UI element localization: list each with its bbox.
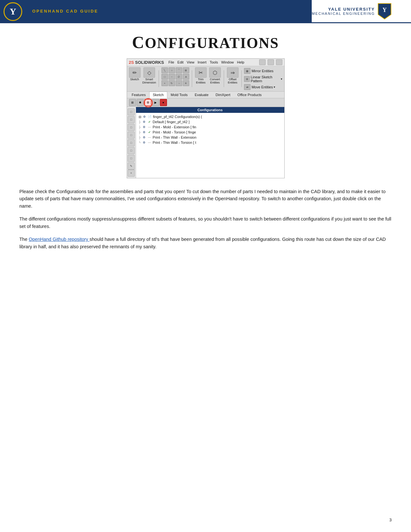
sw-logo: 2S SOLIDWORKS xyxy=(129,60,164,65)
check-icon-default: ✔ xyxy=(147,120,152,124)
tree-root-label: finger_pf_t42 Configuration(s) ( xyxy=(153,115,202,119)
main-content: 2S SOLIDWORKS File Edit View Insert Tool… xyxy=(0,58,411,250)
save-icon xyxy=(276,59,282,65)
right-icon[interactable]: → xyxy=(176,80,182,86)
sw-sidebar: □ □ □ □ □ □ □ ✎ + xyxy=(127,107,136,178)
paragraph1: Please check the Configurations tab for … xyxy=(19,188,392,210)
paragraph3-before-link: The xyxy=(19,237,29,242)
yale-shield-icon: Y xyxy=(377,3,392,20)
tab-dimxpert[interactable]: DimXpert xyxy=(212,92,234,98)
offset-entities-icon[interactable]: ⇒ xyxy=(227,67,239,78)
logo-block: Y xyxy=(0,0,26,23)
trim-icon[interactable]: ✂ xyxy=(195,67,207,78)
svg-point-2 xyxy=(144,99,152,107)
offset-label: Offset Entities xyxy=(227,78,239,84)
sw-menu-items: File Edit View Insert Tools Window Help xyxy=(169,60,244,64)
dash-icon-thin-torsion: — xyxy=(147,140,152,145)
sw-main-area: □ □ □ □ □ □ □ ✎ + Configurations ⊟ xyxy=(127,107,284,178)
grid-icon[interactable]: ⊞ xyxy=(183,67,189,73)
toolbar-separator-2 xyxy=(192,70,192,87)
move-label: Move Entities xyxy=(251,85,273,89)
tree-item-mold-ext: ├ ⚙ — Print - Mold - Extension [ fin xyxy=(139,124,282,130)
mirror-icon[interactable]: ▦ xyxy=(244,68,250,74)
toolbar-separator-1 xyxy=(159,70,159,87)
line-icon[interactable]: ╲ xyxy=(161,67,168,73)
page-number: 3 xyxy=(389,517,392,522)
sw-big-toolbar: ✏ Sketch ◇ Smart Dimension ╲ ○ ⌒ ⊞ □ ~ xyxy=(127,66,284,92)
shape-tools-row1: ╲ ○ ⌒ ⊞ xyxy=(161,67,189,73)
menu-insert[interactable]: Insert xyxy=(198,60,207,64)
tree-item-thin-torsion: └ ⚙ — Print - Thin Wall - Torsion [ t xyxy=(139,140,282,145)
dash-icon-thin-ext: — xyxy=(147,135,152,140)
sidebar-btn4[interactable]: □ xyxy=(128,132,135,139)
smart-dim-label: Smart Dimension xyxy=(142,78,156,84)
sketch-label: Sketch xyxy=(130,78,139,81)
circle-icon[interactable]: ○ xyxy=(169,67,175,73)
offset-icon[interactable]: ∅ xyxy=(176,74,182,80)
menu-view[interactable]: View xyxy=(187,60,194,64)
tab-features[interactable]: Features xyxy=(128,92,149,98)
menu-edit[interactable]: Edit xyxy=(177,60,183,64)
text-icon[interactable]: A xyxy=(183,74,189,80)
config-icon-mold-ext: ⚙ xyxy=(142,125,146,129)
tb2-btn2[interactable]: ✱ xyxy=(137,99,144,106)
menu-file[interactable]: File xyxy=(169,60,174,64)
page-title: CONFIGURATIONS xyxy=(0,33,411,52)
tb2-btn4[interactable]: ▶ xyxy=(152,99,159,106)
openhand-github-link[interactable]: OpenHand Github repository xyxy=(29,237,90,242)
sketch-icon[interactable]: ✏ xyxy=(129,67,141,78)
mirror-label: Mirror Entities xyxy=(251,69,273,73)
sidebar-btn8[interactable]: ✎ xyxy=(128,163,135,170)
university-name: YALE UNIVERSITY xyxy=(328,7,375,12)
header-right-wrapper: YALE UNIVERSITY MECHANICAL ENGINEERING Y xyxy=(312,0,411,22)
tree-item-mold-torsion: ├ ⚙ ✔ Print - Mold - Torsion [ finge xyxy=(139,130,282,135)
tree-mold-ext-label: Print - Mold - Extension [ fin xyxy=(153,125,196,129)
menubar-right xyxy=(259,59,282,65)
arc-icon[interactable]: ⌒ xyxy=(176,67,182,73)
sw-toolbar2: ⊞ ✱ ⚙ ▶ ● xyxy=(127,98,284,107)
tree-thin-torsion-label: Print - Thin Wall - Torsion [ t xyxy=(153,141,196,144)
sidebar-btn7[interactable]: □ xyxy=(128,155,135,162)
shape-tools-group: ╲ ○ ⌒ ⊞ □ ~ ∅ A + ↻ → ✳ xyxy=(161,67,189,86)
trim-btn-group: ✂ Trim Entities xyxy=(195,67,207,84)
rotate-icon[interactable]: ↻ xyxy=(169,80,175,86)
menu-window[interactable]: Window xyxy=(221,60,234,64)
tb2-btn1[interactable]: ⊞ xyxy=(129,99,136,106)
sidebar-btn2[interactable]: □ xyxy=(128,116,135,123)
rect-icon[interactable]: □ xyxy=(161,74,168,80)
department-name: MECHANICAL ENGINEERING xyxy=(312,12,375,15)
spline-icon[interactable]: ~ xyxy=(169,74,175,80)
check-icon-mold-torsion: ✔ xyxy=(147,130,152,134)
guide-title: OPENHAND CAD GUIDE xyxy=(32,9,98,14)
search-icon xyxy=(259,59,266,65)
paragraph2: The different configurations mostly supp… xyxy=(19,215,392,230)
smart-dim-icon[interactable]: ◇ xyxy=(143,67,155,78)
move-entities-row: ⇄ Move Entities ▾ xyxy=(244,84,282,90)
sidebar-btn1[interactable]: □ xyxy=(128,108,135,115)
tree-thin-ext-label: Print - Thin Wall - Extension xyxy=(153,135,197,139)
sidebar-btn9[interactable]: + xyxy=(128,170,135,177)
sidebar-btn3[interactable]: □ xyxy=(128,124,135,131)
convert-btn-group: ⬡ Convert Entities xyxy=(209,67,221,84)
menu-tools[interactable]: Tools xyxy=(210,60,218,64)
solidworks-screenshot: 2S SOLIDWORKS File Edit View Insert Tool… xyxy=(127,58,285,178)
plus-icon[interactable]: + xyxy=(161,80,168,86)
sidebar-btn6[interactable]: □ xyxy=(128,147,135,154)
linear-sketch-label: Linear Sketch Pattern xyxy=(251,75,280,83)
toolbar-separator-4 xyxy=(241,70,242,87)
tab-mold-tools[interactable]: Mold Tools xyxy=(167,92,191,98)
tab-sketch[interactable]: Sketch xyxy=(149,92,167,98)
menu-help[interactable]: Help xyxy=(237,60,244,64)
config-icon-root: ⚙ xyxy=(142,114,147,119)
tab-evaluate[interactable]: Evaluate xyxy=(191,92,212,98)
paragraph3: The OpenHand Github repository should ha… xyxy=(19,236,392,250)
move-icon[interactable]: ⇄ xyxy=(244,84,250,90)
options-icon xyxy=(268,59,274,65)
sidebar-btn5[interactable]: □ xyxy=(128,139,135,146)
tb2-btn5[interactable]: ● xyxy=(160,99,167,106)
convert-icon[interactable]: ⬡ xyxy=(209,67,221,78)
star-icon[interactable]: ✳ xyxy=(183,80,189,86)
tab-office-products[interactable]: Office Products xyxy=(234,92,265,98)
linear-sketch-icon[interactable]: ⊞ xyxy=(244,76,250,82)
dash-icon-mold-ext: — xyxy=(147,125,152,129)
